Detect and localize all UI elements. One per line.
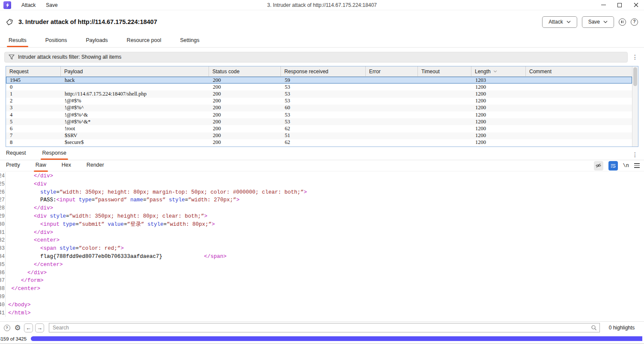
cell-request: 7 [6, 132, 61, 139]
line-number: 28 [0, 204, 6, 212]
editor-menu-button[interactable] [634, 163, 640, 168]
close-button[interactable] [628, 0, 644, 10]
cell-length: 1200 [471, 125, 526, 132]
search-help-button[interactable]: ? [3, 323, 11, 332]
tab-payloads[interactable]: Payloads [84, 35, 109, 47]
cell-length: 1200 [471, 118, 526, 125]
settings-gear-icon[interactable]: ⚙ [13, 323, 22, 332]
code-line: 33 <span style=”color: red;”> [0, 245, 644, 253]
code-line: 31 </div> [0, 229, 644, 237]
tab-request[interactable]: Request [4, 147, 28, 160]
filter-row: Intruder attack results filter: Showing … [0, 50, 644, 64]
subtab-render[interactable]: Render [85, 159, 106, 172]
response-code-viewer[interactable]: 24 </div>25 <div26 style=”width: 350px; … [0, 171, 644, 321]
table-row[interactable]: 5!@#$%^&*200531200 [6, 118, 632, 125]
word-wrap-button[interactable] [608, 161, 618, 171]
subtab-hex[interactable]: Hex [60, 159, 73, 172]
table-row[interactable]: 0200531200 [6, 84, 632, 90]
message-tabs: Request Response ⋮ [0, 149, 644, 160]
help-button[interactable]: ? [631, 18, 638, 26]
line-number: 32 [0, 236, 6, 245]
tab-positions[interactable]: Positions [44, 35, 69, 47]
cell-status: 200 [209, 105, 281, 111]
menu-attack[interactable]: Attack [21, 2, 36, 8]
code-line: 30 <input type=”submit” value=”登录” style… [0, 221, 644, 229]
scrollbar-thumb[interactable] [633, 67, 637, 86]
cell-payload: !@#$% [61, 98, 209, 105]
progress-label: 3159 of 3425 [0, 336, 27, 341]
subtab-raw[interactable]: Raw [34, 159, 48, 172]
column-header-status[interactable]: Status code [209, 66, 281, 76]
table-row[interactable]: 2!@#$%200531200 [6, 98, 632, 105]
code-line: 34 flag{788fdd9ed8077eb0b706333aafdaeac7… [0, 253, 644, 261]
table-row[interactable]: 6!root200621200 [6, 125, 632, 132]
editor-toolbar: \n [594, 161, 640, 171]
table-row[interactable]: 3!@#$%^200601200 [6, 105, 632, 111]
cell-error [366, 132, 418, 139]
tab-resource-pool[interactable]: Resource pool [125, 35, 163, 47]
table-row[interactable]: 7$SRV200511200 [6, 132, 632, 139]
line-number: 27 [0, 196, 6, 204]
cell-payload [61, 84, 209, 90]
pause-button[interactable] [619, 18, 626, 26]
kebab-menu[interactable]: ⋮ [630, 151, 640, 158]
attack-dropdown-button[interactable]: Attack [542, 16, 577, 28]
view-subtabs: Pretty Raw Hex Render \n [0, 160, 644, 171]
table-row[interactable]: 4!@#$%^&200531200 [6, 111, 632, 118]
column-header-payload[interactable]: Payload [61, 66, 209, 76]
code-line: 32 <center> [0, 236, 644, 245]
cell-length: 1200 [471, 111, 526, 118]
previous-match-button[interactable]: ← [24, 323, 33, 332]
word-wrap-icon [610, 163, 616, 169]
cell-received: 62 [281, 125, 366, 132]
results-filter-bar[interactable]: Intruder attack results filter: Showing … [4, 52, 628, 63]
tab-settings[interactable]: Settings [178, 35, 201, 47]
newline-toggle[interactable]: \n [623, 163, 629, 169]
table-row[interactable]: 8$secure$200621200 [6, 139, 632, 146]
code-line: 29 <div style=”width: 350px; height: 80p… [0, 212, 644, 221]
cell-request: 3 [6, 105, 61, 111]
cell-received: 53 [281, 98, 366, 105]
cell-length: 1200 [471, 84, 526, 90]
cell-error [366, 111, 418, 118]
minimize-button[interactable] [595, 0, 611, 10]
cell-request: 4 [6, 111, 61, 118]
cell-comment [526, 105, 632, 111]
table-row[interactable]: 1http://114.67.175.224:18407/shell.php20… [6, 90, 632, 97]
cell-status: 200 [209, 132, 281, 139]
next-match-button[interactable]: → [35, 323, 44, 332]
search-input[interactable] [49, 325, 591, 331]
menu-save[interactable]: Save [46, 2, 57, 8]
search-field [49, 323, 600, 332]
tab-results[interactable]: Results [7, 35, 28, 47]
subtab-pretty[interactable]: Pretty [4, 159, 22, 172]
cell-comment [526, 84, 632, 90]
column-header-request[interactable]: Request [6, 66, 61, 76]
save-dropdown-button[interactable]: Save [582, 16, 614, 28]
cell-length: 1203 [471, 77, 526, 84]
title-bar: Attack Save 3. Intruder attack of http:/… [0, 0, 644, 10]
cell-comment [526, 125, 632, 132]
attack-header: 3. Intruder attack of http://114.67.175.… [0, 10, 644, 33]
column-header-length[interactable]: Length [471, 66, 526, 76]
column-header-timeout[interactable]: Timeout [418, 66, 471, 76]
code-line: 40</body> [0, 301, 644, 309]
cell-payload: $SRV [61, 132, 209, 139]
table-scrollbar[interactable] [632, 66, 638, 147]
cell-received: 53 [281, 90, 366, 97]
cell-error [366, 105, 418, 111]
line-number: 31 [0, 229, 6, 237]
progress-bar [31, 336, 642, 341]
column-header-error[interactable]: Error [366, 66, 418, 76]
line-number: 35 [0, 261, 6, 269]
maximize-button[interactable] [611, 0, 628, 10]
kebab-menu[interactable]: ⋮ [630, 54, 640, 60]
highlight-count: 0 highlights [602, 325, 641, 331]
tab-response[interactable]: Response [41, 147, 68, 160]
column-header-received[interactable]: Response received [281, 66, 366, 76]
hide-highlights-button[interactable] [594, 161, 603, 171]
column-header-comment[interactable]: Comment [526, 66, 632, 76]
tag-icon [6, 18, 13, 26]
table-row[interactable]: 1945hack200591203 [6, 77, 632, 84]
cell-payload: hack [61, 77, 209, 84]
